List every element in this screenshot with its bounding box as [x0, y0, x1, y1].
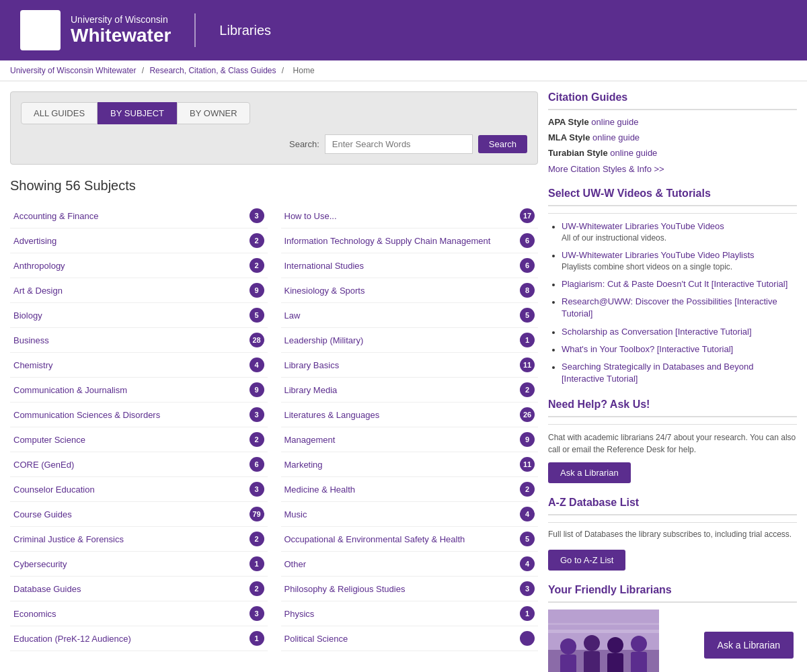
search-input[interactable]	[325, 134, 473, 154]
subject-link[interactable]: Biology	[13, 310, 42, 321]
subject-link[interactable]: Physics	[284, 609, 315, 619]
subject-link[interactable]: Database Guides	[13, 584, 81, 594]
list-item[interactable]: Database Guides 2	[10, 577, 268, 601]
subject-link[interactable]: Communication Sciences & Disorders	[13, 410, 160, 420]
az-list-button[interactable]: Go to A-Z List	[548, 550, 625, 571]
list-item[interactable]: Criminal Justice & Forensics 2	[10, 527, 268, 552]
list-item[interactable]: Occupational & Environmental Safety & He…	[281, 527, 539, 552]
subject-link[interactable]: Management	[284, 435, 336, 445]
list-item[interactable]: Law 5	[281, 303, 539, 328]
subject-link[interactable]: Communication & Journalism	[13, 385, 127, 395]
list-item[interactable]: Economics 3	[10, 601, 268, 626]
subject-badge: 3	[249, 407, 264, 422]
subject-link[interactable]: CORE (GenEd)	[13, 460, 74, 470]
subject-link[interactable]: International Studies	[284, 261, 364, 271]
list-item[interactable]: Other 4	[281, 552, 539, 577]
tabs-container: ALL GUIDES BY SUBJECT BY OWNER Search: S…	[10, 91, 538, 165]
list-item[interactable]: Chemistry 4	[10, 353, 268, 378]
tab-by-owner[interactable]: BY OWNER	[177, 102, 250, 124]
subject-link[interactable]: Business	[13, 335, 49, 345]
subject-link[interactable]: Music	[284, 509, 307, 519]
subject-link[interactable]: How to Use...	[284, 211, 337, 221]
video-link-4[interactable]: Research@UWW: Discover the Possibilities…	[562, 296, 777, 319]
list-item[interactable]: Physics 1	[281, 601, 539, 626]
subject-link[interactable]: Computer Science	[13, 435, 85, 445]
list-item[interactable]: Communication Sciences & Disorders 3	[10, 403, 268, 427]
list-item[interactable]: Library Basics 11	[281, 353, 539, 378]
more-citation-link[interactable]: More Citation Styles & Info >>	[548, 164, 664, 174]
floating-ask-button[interactable]: Ask a Librarian	[704, 632, 794, 659]
subject-link[interactable]: Medicine & Health	[284, 485, 356, 495]
list-item[interactable]: Education (PreK-12 Audience) 1	[10, 626, 268, 651]
subject-link[interactable]: Advertising	[13, 236, 56, 246]
turabian-style-link[interactable]: online guide	[610, 148, 657, 158]
subject-link[interactable]: Education (PreK-12 Audience)	[13, 634, 131, 644]
search-button[interactable]: Search	[478, 135, 527, 153]
subject-link[interactable]: Marketing	[284, 460, 323, 470]
video-link-2[interactable]: UW-Whitewater Libraries YouTube Video Pl…	[562, 250, 755, 260]
video-link-6[interactable]: What's in Your Toolbox? [Interactive Tut…	[562, 344, 733, 354]
subject-link[interactable]: Cybersecurity	[13, 559, 67, 569]
tab-by-subject[interactable]: BY SUBJECT	[98, 102, 177, 124]
subject-link[interactable]: Economics	[13, 609, 56, 619]
subject-link[interactable]: Anthropology	[13, 261, 65, 271]
svg-rect-10	[548, 630, 659, 633]
breadcrumb-link-uww[interactable]: University of Wisconsin Whitewater	[10, 66, 136, 75]
list-item[interactable]: Information Technology & Supply Chain Ma…	[281, 228, 539, 253]
list-item[interactable]: International Studies 6	[281, 253, 539, 278]
subject-link[interactable]: Chemistry	[13, 360, 53, 370]
list-item[interactable]: Music 4	[281, 502, 539, 527]
uww-logo-icon	[20, 10, 61, 50]
list-item[interactable]: Marketing 11	[281, 452, 539, 477]
subject-badge: 4	[520, 556, 535, 571]
list-item[interactable]: Counselor Education 3	[10, 477, 268, 502]
video-link-7[interactable]: Searching Strategically in Databases and…	[562, 362, 753, 384]
list-item[interactable]: Kinesiology & Sports 8	[281, 278, 539, 303]
list-item[interactable]: Art & Design 9	[10, 278, 268, 303]
apa-style-link[interactable]: online guide	[591, 117, 638, 127]
list-item[interactable]: Medicine & Health 2	[281, 477, 539, 502]
list-item[interactable]: Communication & Journalism 9	[10, 378, 268, 403]
list-item[interactable]: Accounting & Finance 3	[10, 204, 268, 228]
subject-link[interactable]: Information Technology & Supply Chain Ma…	[284, 236, 491, 246]
list-item[interactable]: Cybersecurity 1	[10, 552, 268, 577]
subject-link[interactable]: Other	[284, 559, 307, 569]
list-item[interactable]: CORE (GenEd) 6	[10, 452, 268, 477]
subject-link[interactable]: Counselor Education	[13, 485, 95, 495]
list-item[interactable]: Course Guides 79	[10, 502, 268, 527]
list-item[interactable]: Library Media 2	[281, 378, 539, 403]
subject-link[interactable]: Course Guides	[13, 509, 72, 519]
list-item[interactable]: Biology 5	[10, 303, 268, 328]
subject-link[interactable]: Art & Design	[13, 286, 63, 296]
breadcrumb-link-guides[interactable]: Research, Citation, & Class Guides	[149, 66, 276, 75]
ask-librarian-button[interactable]: Ask a Librarian	[548, 462, 631, 483]
list-item[interactable]: Political Science	[281, 626, 539, 651]
subject-link[interactable]: Leadership (Military)	[284, 335, 364, 345]
subject-link[interactable]: Political Science	[284, 634, 348, 644]
mla-style-link[interactable]: online guide	[592, 132, 640, 142]
list-item[interactable]: Business 28	[10, 328, 268, 353]
subject-link[interactable]: Kinesiology & Sports	[284, 286, 365, 296]
subject-link[interactable]: Criminal Justice & Forensics	[13, 534, 124, 544]
list-item: UW-Whitewater Libraries YouTube Videos A…	[562, 220, 797, 244]
subject-link[interactable]: Philosophy & Religious Studies	[284, 584, 406, 594]
list-item[interactable]: How to Use... 17	[281, 204, 539, 228]
subject-link[interactable]: Accounting & Finance	[13, 211, 98, 221]
subject-badge: 1	[249, 556, 264, 571]
video-link-1[interactable]: UW-Whitewater Libraries YouTube Videos	[562, 221, 724, 231]
subject-link[interactable]: Literatures & Languages	[284, 410, 380, 420]
list-item[interactable]: Literatures & Languages 26	[281, 403, 539, 427]
subject-link[interactable]: Library Media	[284, 385, 338, 395]
tab-all-guides[interactable]: ALL GUIDES	[21, 102, 98, 124]
video-link-5[interactable]: Scholarship as Conversation [Interactive…	[562, 327, 752, 337]
list-item[interactable]: Philosophy & Religious Studies 3	[281, 577, 539, 601]
video-link-3[interactable]: Plagiarism: Cut & Paste Doesn't Cut It […	[562, 279, 787, 289]
list-item[interactable]: Advertising 2	[10, 228, 268, 253]
list-item[interactable]: Leadership (Military) 1	[281, 328, 539, 353]
subject-link[interactable]: Occupational & Environmental Safety & He…	[284, 534, 465, 544]
subject-link[interactable]: Library Basics	[284, 360, 340, 370]
list-item[interactable]: Anthropology 2	[10, 253, 268, 278]
list-item[interactable]: Management 9	[281, 427, 539, 452]
subject-link[interactable]: Law	[284, 310, 301, 321]
list-item[interactable]: Computer Science 2	[10, 427, 268, 452]
